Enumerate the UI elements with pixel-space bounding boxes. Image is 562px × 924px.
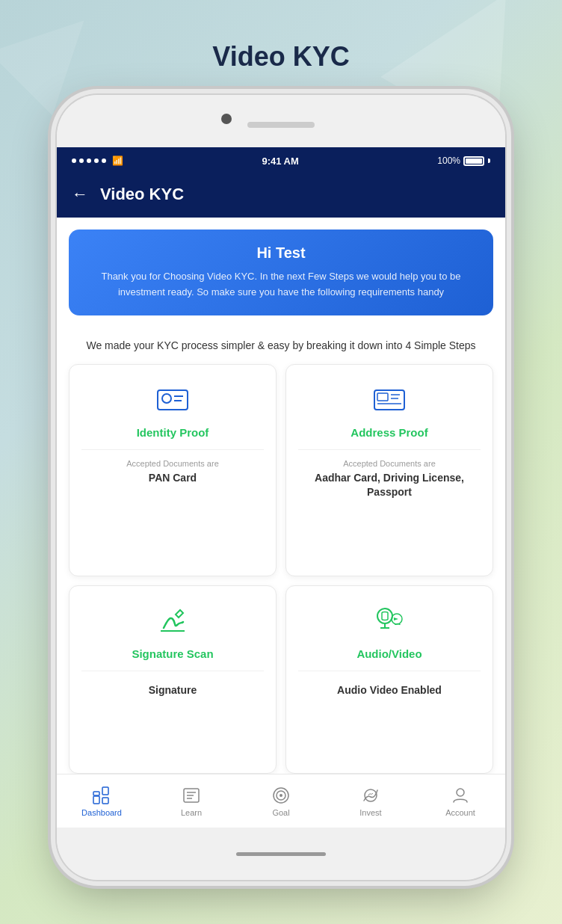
svg-point-1 bbox=[162, 394, 171, 403]
signal-dot-5 bbox=[102, 158, 106, 163]
phone-mockup: 📶 9:41 AM 100% ← Video KYC Hi Test Thank… bbox=[57, 95, 505, 880]
status-time: 9:41 AM bbox=[262, 155, 298, 167]
welcome-banner: Hi Test Thank you for Choosing Video KYC… bbox=[69, 230, 493, 315]
address-proof-card[interactable]: Address Proof Accepted Documents are Aad… bbox=[285, 364, 493, 576]
nav-item-goal[interactable]: Goal bbox=[236, 786, 326, 817]
nav-item-learn[interactable]: Learn bbox=[146, 786, 236, 817]
learn-icon bbox=[182, 786, 201, 805]
svg-rect-17 bbox=[102, 798, 108, 804]
battery-area: 100% bbox=[437, 155, 490, 166]
audio-video-card[interactable]: Audio/Video Audio Video Enabled bbox=[285, 585, 493, 774]
banner-title: Hi Test bbox=[87, 244, 475, 262]
goal-label: Goal bbox=[272, 808, 289, 817]
goal-icon bbox=[271, 786, 291, 805]
audio-video-document: Audio Video Enabled bbox=[337, 683, 442, 698]
battery-tip bbox=[488, 158, 490, 163]
svg-rect-14 bbox=[93, 796, 99, 804]
phone-top bbox=[57, 95, 505, 147]
battery-icon bbox=[463, 156, 484, 166]
signature-scan-icon bbox=[153, 601, 192, 640]
identity-proof-card[interactable]: Identity Proof Accepted Documents are PA… bbox=[69, 364, 277, 576]
address-divider bbox=[298, 449, 481, 450]
identity-proof-icon bbox=[153, 380, 192, 419]
status-bar: 📶 9:41 AM 100% bbox=[57, 147, 505, 174]
audio-video-title: Audio/Video bbox=[356, 647, 422, 660]
identity-subtitle: Accepted Documents are bbox=[126, 459, 219, 468]
invest-label: Invest bbox=[359, 808, 381, 817]
signal-dot-3 bbox=[87, 158, 91, 163]
nav-item-dashboard[interactable]: Dashboard bbox=[57, 786, 146, 817]
identity-document: PAN Card bbox=[149, 471, 197, 486]
identity-proof-title: Identity Proof bbox=[137, 426, 209, 439]
dashboard-icon bbox=[92, 786, 111, 805]
signature-scan-card[interactable]: Signature Scan Signature bbox=[69, 585, 277, 774]
dashboard-label: Dashboard bbox=[81, 808, 122, 817]
bottom-navigation: Dashboard Learn Goal bbox=[57, 774, 505, 828]
back-button[interactable]: ← bbox=[72, 185, 88, 204]
app-header: ← Video KYC bbox=[57, 174, 505, 218]
svg-rect-15 bbox=[93, 792, 99, 795]
phone-camera bbox=[221, 114, 232, 124]
battery-percent: 100% bbox=[437, 155, 460, 166]
signal-dot-2 bbox=[79, 158, 84, 163]
nav-item-account[interactable]: Account bbox=[416, 786, 505, 817]
nav-item-invest[interactable]: Invest bbox=[326, 786, 416, 817]
phone-speaker bbox=[247, 122, 315, 128]
home-indicator bbox=[236, 852, 326, 856]
signal-dot-1 bbox=[72, 158, 76, 163]
signature-scan-title: Signature Scan bbox=[132, 647, 213, 660]
address-subtitle: Accepted Documents are bbox=[343, 459, 436, 468]
svg-rect-5 bbox=[377, 393, 388, 401]
signal-dot-4 bbox=[94, 158, 99, 163]
invest-icon bbox=[361, 786, 380, 805]
banner-text: Thank you for Choosing Video KYC. In the… bbox=[87, 269, 475, 301]
identity-divider bbox=[81, 449, 264, 450]
signature-document: Signature bbox=[149, 683, 197, 698]
svg-rect-16 bbox=[102, 787, 108, 795]
battery-fill bbox=[466, 158, 482, 164]
kyc-cards-grid: Identity Proof Accepted Documents are PA… bbox=[57, 364, 505, 774]
signal-area: 📶 bbox=[72, 155, 123, 166]
phone-screen: 📶 9:41 AM 100% ← Video KYC Hi Test Thank… bbox=[57, 147, 505, 828]
page-title: Video KYC bbox=[212, 41, 349, 73]
steps-description: We made your KYC process simpler & easy … bbox=[57, 327, 505, 364]
header-title: Video KYC bbox=[100, 185, 184, 204]
address-proof-title: Address Proof bbox=[351, 426, 427, 439]
svg-point-24 bbox=[280, 794, 282, 797]
learn-label: Learn bbox=[181, 808, 202, 817]
account-label: Account bbox=[445, 808, 475, 817]
audio-video-divider bbox=[298, 671, 481, 671]
svg-point-26 bbox=[457, 789, 464, 796]
account-icon bbox=[451, 786, 470, 805]
signature-divider bbox=[81, 671, 264, 671]
phone-bottom bbox=[57, 828, 505, 880]
address-proof-icon bbox=[370, 380, 409, 419]
address-document: Aadhar Card, Driving License, Passport bbox=[298, 471, 481, 500]
audio-video-icon bbox=[370, 601, 409, 640]
wifi-icon: 📶 bbox=[112, 155, 123, 166]
svg-point-10 bbox=[377, 609, 392, 623]
